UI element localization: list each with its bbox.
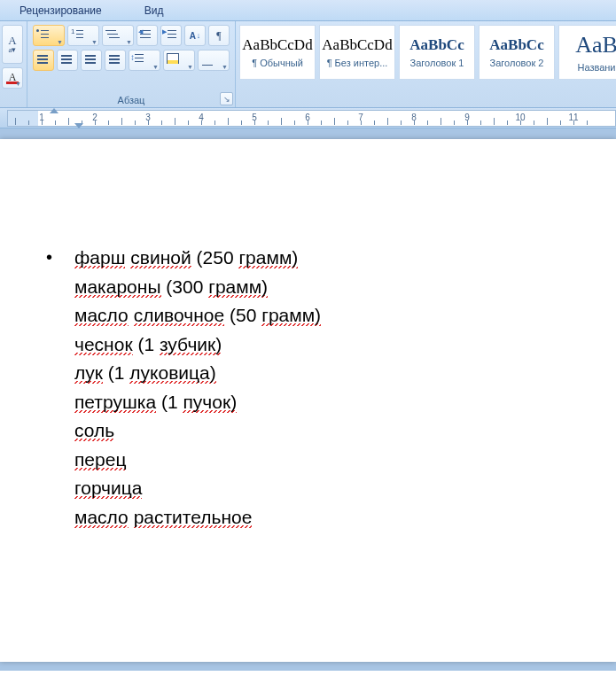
style-item-3[interactable]: AaBbCcЗаголовок 2 — [479, 25, 555, 80]
style-preview: AaBbCc — [409, 36, 464, 54]
justify-button[interactable] — [105, 50, 126, 71]
style-preview: AaBbCc — [489, 36, 543, 54]
font-color-button[interactable]: A▼ — [2, 67, 23, 89]
paragraph-group: ▼ ▼ ▼ А ¶ ▼ ▼ ▼ Абзац ↘ — [27, 21, 236, 107]
ruler-bar: 1234567891011 — [0, 108, 616, 128]
numbering-button[interactable]: ▼ — [67, 25, 99, 46]
menu-bar: Рецензирование Вид — [0, 0, 616, 21]
document-list: фарш свиной (250 грамм)макароны (300 гра… — [43, 244, 581, 532]
align-center-button[interactable] — [57, 50, 78, 71]
bullets-button[interactable]: ▼ — [33, 25, 65, 46]
style-label: Названи — [577, 62, 615, 73]
sort-button[interactable]: А — [184, 25, 206, 46]
style-label: ¶ Обычный — [252, 58, 303, 68]
list-item[interactable]: перец — [43, 446, 581, 475]
list-item[interactable]: масло сливочное (50 грамм) — [43, 301, 581, 330]
styles-gallery: AaBbCcDd¶ ОбычныйAaBbCcDd¶ Без интер...A… — [236, 21, 616, 107]
decrease-indent-button[interactable] — [136, 25, 158, 46]
borders-button[interactable]: ▼ — [198, 50, 230, 71]
style-preview: AaBbCcDd — [242, 36, 312, 54]
list-item[interactable]: фарш свиной (250 грамм) — [43, 244, 581, 273]
menu-review[interactable]: Рецензирование — [19, 4, 102, 17]
list-item[interactable]: петрушка (1 пучок) — [43, 388, 581, 417]
paragraph-group-label: Абзац — [33, 93, 230, 105]
style-item-4[interactable]: AaBНазвани — [558, 25, 616, 80]
list-item[interactable]: лук (1 луковица) — [43, 359, 581, 388]
list-item[interactable]: масло растительное — [43, 503, 581, 532]
list-item[interactable]: соль — [43, 416, 581, 446]
ribbon: Aa▾ A▼ ▼ ▼ ▼ А ¶ ▼ ▼ ▼ — [0, 21, 616, 108]
style-label: Заголовок 1 — [410, 58, 464, 68]
increase-indent-button[interactable] — [160, 25, 182, 46]
horizontal-ruler[interactable]: 1234567891011 — [7, 110, 616, 127]
style-item-1[interactable]: AaBbCcDd¶ Без интер... — [319, 25, 395, 80]
style-item-0[interactable]: AaBbCcDd¶ Обычный — [239, 25, 316, 80]
first-line-indent-marker[interactable] — [50, 108, 58, 113]
paragraph-dialog-launcher[interactable]: ↘ — [220, 92, 233, 105]
line-spacing-button[interactable]: ▼ — [129, 50, 160, 71]
show-formatting-button[interactable]: ¶ — [208, 25, 230, 46]
multilevel-list-button[interactable]: ▼ — [102, 25, 134, 46]
style-item-2[interactable]: AaBbCcЗаголовок 1 — [399, 25, 475, 80]
change-case-button[interactable]: Aa▾ — [2, 25, 23, 64]
style-preview: AaBbCcDd — [322, 36, 392, 54]
document-page[interactable]: фарш свиной (250 грамм)макароны (300 гра… — [0, 139, 616, 662]
style-label: Заголовок 2 — [490, 58, 544, 68]
font-group-partial: Aa▾ A▼ — [0, 21, 27, 107]
align-left-button[interactable] — [33, 50, 54, 71]
menu-view[interactable]: Вид — [144, 4, 164, 17]
list-item[interactable]: чеснок (1 зубчик) — [43, 330, 581, 360]
workspace: фарш свиной (250 грамм)макароны (300 гра… — [0, 128, 616, 671]
shading-button[interactable]: ▼ — [163, 50, 195, 71]
align-right-button[interactable] — [81, 50, 102, 71]
list-item[interactable]: горчица — [43, 474, 581, 503]
style-label: ¶ Без интер... — [327, 58, 388, 68]
style-preview: AaB — [575, 32, 616, 58]
list-item[interactable]: макароны (300 грамм) — [43, 273, 581, 302]
